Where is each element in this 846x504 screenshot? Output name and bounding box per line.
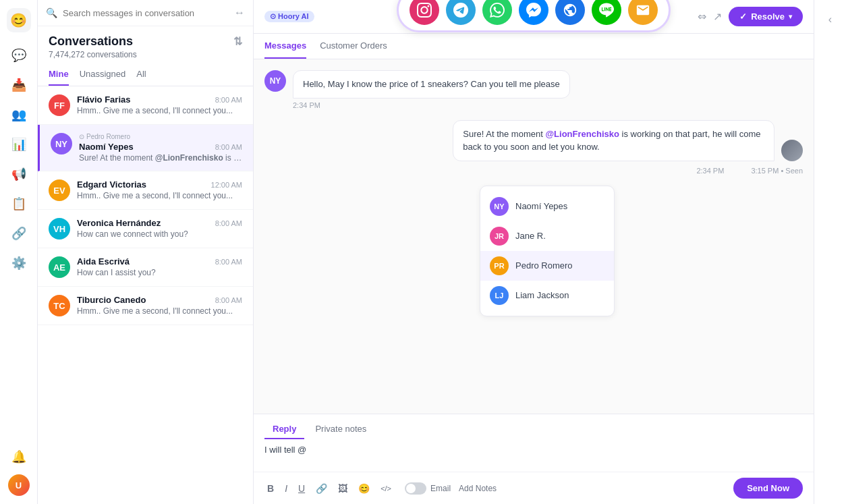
conv-avatar: FF xyxy=(49,94,70,116)
link-button[interactable]: 🔗 xyxy=(313,480,330,497)
expand-icon[interactable]: ↗ xyxy=(713,10,722,23)
conversation-item[interactable]: TC Tiburcio Canedo 8:00 AM Hmm.. Give me… xyxy=(38,287,253,325)
conv-body: Flávio Farias 8:00 AM Hmm.. Give me a se… xyxy=(77,94,242,115)
conv-name: Edgard Victorias xyxy=(77,179,146,190)
conv-name: Flávio Farias xyxy=(77,94,130,105)
add-notes-button[interactable]: Add Notes xyxy=(459,484,497,493)
conv-name: Veronica Hernández xyxy=(77,218,161,228)
conversation-item[interactable]: VH Veronica Hernández 8:00 AM How can we… xyxy=(38,210,253,248)
conv-header-row: Tiburcio Canedo 8:00 AM xyxy=(77,295,242,305)
agent-name: Jane R. xyxy=(515,231,546,241)
conversations-header: Conversations ⇅ 7,474,272 conversations xyxy=(38,26,253,63)
sidebar-item-reports[interactable]: 📊 xyxy=(7,132,31,157)
code-button[interactable]: </> xyxy=(378,482,394,495)
tab-mine[interactable]: Mine xyxy=(49,69,69,86)
user-avatar[interactable]: U xyxy=(8,474,30,496)
tab-all[interactable]: All xyxy=(136,69,146,86)
telegram-channel-icon[interactable] xyxy=(446,0,476,25)
tab-reply[interactable]: Reply xyxy=(264,420,304,439)
agent-name: Pedro Romero xyxy=(515,260,573,271)
tab-customer-orders[interactable]: Customer Orders xyxy=(320,34,387,59)
conv-body: Veronica Hernández 8:00 AM How can we co… xyxy=(77,218,242,239)
reply-input[interactable]: I will tell @ xyxy=(254,439,814,472)
conversation-item[interactable]: AE Aida Escrivá 8:00 AM How can I assist… xyxy=(38,248,253,287)
sidebar-item-lists[interactable]: 📋 xyxy=(7,192,31,216)
conversations-count: 7,474,272 conversations xyxy=(49,50,242,59)
resolve-chevron-icon: ▾ xyxy=(789,13,792,20)
conv-preview: Hmm.. Give me a second, I'll connect you… xyxy=(77,306,242,316)
messenger-channel-icon[interactable] xyxy=(519,0,548,25)
conversation-item[interactable]: NY ⊙ Pedro Romero Naomí Yepes 8:00 AM Su… xyxy=(38,125,253,171)
web-channel-icon[interactable] xyxy=(555,0,585,25)
sidebar-item-campaigns[interactable]: 📢 xyxy=(7,162,31,186)
sender-avatar: NY xyxy=(264,70,286,92)
notification-bell[interactable]: 🔔 xyxy=(7,445,31,469)
messages-area: NY Hello, May I know the price of 1 snea… xyxy=(254,59,814,414)
toggle-knob xyxy=(406,484,416,493)
outgoing-message: Sure! At the moment @LionFrenchisko is w… xyxy=(264,120,803,175)
underline-button[interactable]: U xyxy=(295,480,308,497)
agent-avatar: NY xyxy=(490,197,509,216)
agent-mention-dropdown: NY Naomí Yepes JR Jane R. PR Pedro Romer… xyxy=(291,186,803,316)
image-button[interactable]: 🖼 xyxy=(335,480,350,497)
search-bar: 🔍 ↔ xyxy=(38,0,253,26)
whatsapp-channel-icon[interactable] xyxy=(482,0,512,25)
conv-time: 8:00 AM xyxy=(215,219,242,227)
tab-private-notes[interactable]: Private notes xyxy=(307,420,374,439)
conv-header-row: Aida Escrivá 8:00 AM xyxy=(77,256,242,267)
toggle-label: Email xyxy=(430,484,451,493)
conv-preview: Hmm.. Give me a second, I'll connect you… xyxy=(77,106,242,115)
conv-preview: Hmm.. Give me a second, I'll connect you… xyxy=(77,191,242,200)
outgoing-meta: 2:34 PM 3:15 PM • Seen xyxy=(696,164,803,175)
conv-preview: How can we connect with you? xyxy=(77,229,242,239)
tab-messages[interactable]: Messages xyxy=(264,34,306,59)
email-channel-icon[interactable] xyxy=(628,0,658,25)
tab-unassigned[interactable]: Unassigned xyxy=(80,69,126,86)
conv-preview: How can I assist you? xyxy=(77,268,242,277)
conv-time: 8:00 AM xyxy=(215,96,242,104)
sidebar-item-integrations[interactable]: 🔗 xyxy=(7,221,31,246)
resolve-button[interactable]: ✓ Resolve ▾ xyxy=(729,7,803,26)
sidebar-item-inbox[interactable]: 📥 xyxy=(7,73,31,97)
conv-body: Edgard Victorias 12:00 AM Hmm.. Give me … xyxy=(77,179,242,200)
seen-time: 3:15 PM • Seen xyxy=(751,167,803,175)
agent-item[interactable]: LJ Liam Jackson xyxy=(480,281,614,310)
sidebar-item-contacts[interactable]: 👥 xyxy=(7,103,31,127)
conversation-item[interactable]: FF Flávio Farias 8:00 AM Hmm.. Give me a… xyxy=(38,86,253,125)
search-input[interactable] xyxy=(63,8,229,18)
bold-button[interactable]: B xyxy=(264,480,277,497)
send-now-button[interactable]: Send Now xyxy=(733,478,803,499)
agent-item[interactable]: NY Naomí Yepes xyxy=(480,192,614,221)
hoory-ai-badge: ⊙ Hoory AI xyxy=(264,11,314,22)
resolve-check-icon: ✓ xyxy=(739,11,747,22)
agent-item[interactable]: PR Pedro Romero xyxy=(480,251,614,281)
conv-avatar: TC xyxy=(49,295,70,316)
collapse-icon[interactable]: ↔ xyxy=(234,7,245,19)
sidebar-item-settings[interactable]: ⚙️ xyxy=(7,251,31,275)
conv-body: Aida Escrivá 8:00 AM How can I assist yo… xyxy=(77,256,242,277)
italic-button[interactable]: I xyxy=(282,480,290,497)
agent-item[interactable]: JR Jane R. xyxy=(480,221,614,251)
conversation-item[interactable]: EV Edgard Victorias 12:00 AM Hmm.. Give … xyxy=(38,171,253,210)
filter-icon[interactable]: ⇅ xyxy=(233,35,242,48)
conversation-list: FF Flávio Farias 8:00 AM Hmm.. Give me a… xyxy=(38,86,253,504)
conv-header-row: Edgard Victorias 12:00 AM xyxy=(77,179,242,190)
agent-name: Liam Jackson xyxy=(515,290,569,300)
right-panel: ‹ xyxy=(814,0,846,504)
line-channel-icon[interactable] xyxy=(592,0,621,25)
conversations-title: Conversations ⇅ xyxy=(49,34,242,49)
agent-avatar: JR xyxy=(490,227,509,246)
shrink-icon[interactable]: ⇔ xyxy=(698,10,706,23)
conv-body: Tiburcio Canedo 8:00 AM Hmm.. Give me a … xyxy=(77,295,242,316)
channel-overlay xyxy=(397,0,671,32)
chat-area: ⊙ Hoory AI ⇔ ↗ ✓ Resolve ▾ Messages Cust… xyxy=(254,0,814,504)
right-collapse-icon[interactable]: ‹ xyxy=(823,8,837,31)
conv-avatar: NY xyxy=(51,133,72,155)
conv-name: Naomí Yepes xyxy=(79,142,134,152)
instagram-channel-icon[interactable] xyxy=(410,0,439,25)
conv-header-row: Flávio Farias 8:00 AM xyxy=(77,94,242,105)
toggle-switch[interactable] xyxy=(405,482,426,495)
emoji-button[interactable]: 😊 xyxy=(356,480,372,497)
reply-tabs: Reply Private notes xyxy=(254,414,814,439)
sidebar-item-chat[interactable]: 💬 xyxy=(7,43,31,67)
